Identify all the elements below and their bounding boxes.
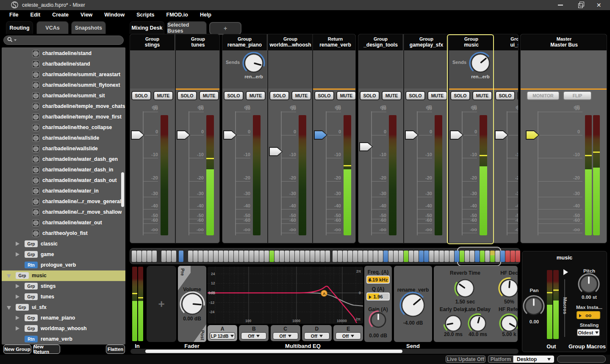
macro-play-icon[interactable] [563, 269, 568, 275]
tree-row-game[interactable]: Grpgame [2, 249, 125, 260]
tree-row-char-madeline-water_dash_in[interactable]: char/madeline/water_dash_in [2, 165, 125, 175]
tree-row-char-badeline-stand[interactable]: char/badeline/stand [2, 59, 125, 69]
volume-knob[interactable] [179, 290, 206, 317]
mixer-strip-ui_sf[interactable]: Grouui_sfSOLOMUTEdB100-10-20-30-40-50-60… [493, 34, 518, 243]
mixer-strip-gameplay_sfx[interactable]: Groupgameplay_sfxSOLOMUTEdB100-10-20-30-… [403, 34, 449, 243]
reverb-time-knob[interactable] [453, 276, 477, 300]
search-input[interactable] [3, 36, 124, 45]
eq-band-type-dropdown[interactable]: LP 12dB [210, 332, 235, 339]
mute-button[interactable]: MUTE [336, 91, 356, 100]
tree-row-stings[interactable]: Grpstings [2, 281, 125, 292]
mute-button[interactable]: MUTE [517, 91, 518, 100]
expand-arrow-icon[interactable] [16, 295, 19, 299]
mixer-strip-_design_tools[interactable]: Group_design_toolsSOLOMUTEdB100-10-20-30… [358, 34, 403, 243]
tree-row-classic[interactable]: Grpclassic [2, 239, 125, 249]
tree-row-char-madeline-water_dash_out[interactable]: char/madeline/water_dash_out [2, 175, 125, 186]
mute-button[interactable]: MUTE [153, 91, 173, 100]
tree-row-char-madeline-water_out[interactable]: char/madeline/water_out [2, 218, 125, 228]
eq-band-type-dropdown[interactable]: Off [241, 332, 266, 339]
expand-arrow-icon[interactable] [16, 242, 19, 246]
mixer-strip-rename_piano[interactable]: Grouprename_pianoSendsren...erbSOLOMUTEd… [222, 34, 267, 243]
tab-vcas[interactable]: VCAs [36, 21, 69, 34]
tree-row-char-madeline-water_dash_gen[interactable]: char/madeline/water_dash_gen [2, 154, 125, 165]
flip-button[interactable]: FLIP [563, 91, 592, 100]
mixer-strip-rename_verb[interactable]: Returnrename_verbSOLOMUTEdB100-10-20-30-… [312, 34, 356, 243]
new-return-button[interactable]: New Return [33, 345, 60, 354]
eq-graph[interactable]: A 24 12 0dB -12 -24 100 1000 10000 2π 0 … [208, 267, 363, 324]
tree-row-char-madeline-theo_collapse[interactable]: char/madeline/theo_collapse [2, 122, 125, 133]
menu-create[interactable]: Create [46, 10, 75, 19]
tab-mixing-desk[interactable]: Mixing Desk [130, 21, 164, 34]
tree-row-char-madeline-stand[interactable]: char/madeline/stand [2, 48, 125, 59]
tree-row-char-madeline----r_move_general[interactable]: char/madeline/...r_move_general [2, 196, 125, 207]
tree-row-tunes[interactable]: Grptunes [2, 292, 125, 302]
minimize-button[interactable] [551, 0, 570, 10]
eq-band-c[interactable]: COff [271, 325, 300, 341]
eq-band-d[interactable]: DOff [302, 325, 332, 341]
tree-row-char-madeline-summit_areastart[interactable]: char/madeline/summit_areastart [2, 69, 125, 80]
close-button[interactable]: ✕ [589, 0, 608, 10]
menu-fmodio[interactable]: FMOD.io [161, 10, 194, 19]
menu-edit[interactable]: Edit [25, 10, 47, 19]
solo-button[interactable]: SOLO [495, 91, 515, 100]
tree-row-ui_sfx[interactable]: Grpui_sfx [2, 302, 125, 313]
tree-row-char-madeline-wallslide[interactable]: char/madeline/wallslide [2, 133, 125, 143]
collapse-arrow-icon[interactable] [7, 306, 11, 310]
freq-value-field[interactable]: 4.19 kHz [366, 276, 390, 284]
mute-button[interactable]: MUTE [291, 91, 311, 100]
solo-button[interactable]: SOLO [450, 91, 470, 100]
tree-row-prologue_verb[interactable]: Rtnprologue_verb [2, 260, 125, 270]
flatten-button[interactable]: Flatten [106, 345, 125, 354]
menu-help[interactable]: Help [194, 10, 217, 19]
mute-button[interactable]: MUTE [199, 91, 219, 100]
mixer-strip-tunes[interactable]: GrouptunesSOLOMUTEdB100-10-20-30-40-50-6… [175, 34, 220, 243]
collapse-arrow-icon[interactable] [7, 274, 11, 278]
tree-row-char-madeline----r_move_shallow[interactable]: char/madeline/...r_move_shallow [2, 207, 125, 218]
tree-row-char-badeline-temple_move_first[interactable]: char/badeline/temple_move_first [2, 112, 125, 122]
solo-button[interactable]: SOLO [405, 91, 425, 100]
send-knob[interactable] [241, 51, 266, 75]
tree-row-char-badeline-wallslide[interactable]: char/badeline/wallslide [2, 143, 125, 154]
tree-row-rename_verb[interactable]: Rtnrename_verb [2, 334, 125, 345]
tab-routing[interactable]: Routing [6, 21, 33, 34]
send-amount-knob[interactable] [399, 291, 427, 320]
tree-row-music[interactable]: Grpmusic [2, 270, 125, 281]
menu-window[interactable]: Window [98, 10, 130, 19]
solo-button[interactable]: SOLO [224, 91, 244, 100]
expand-arrow-icon[interactable] [16, 326, 19, 331]
solo-button[interactable]: SOLO [360, 91, 380, 100]
deck-scrollbar-track[interactable] [130, 349, 518, 354]
stealing-dropdown[interactable]: Oldest [577, 328, 600, 336]
expand-arrow-icon[interactable] [16, 252, 19, 256]
solo-button[interactable]: SOLO [314, 91, 334, 100]
new-group-button[interactable]: New Group [3, 345, 31, 354]
tree-row-worldmap_whoosh[interactable]: Grpworldmap_whoosh [2, 323, 125, 334]
title-bar[interactable]: celeste_audio.fspro* - Mixer ✕ [0, 0, 610, 10]
menu-scripts[interactable]: Scripts [130, 10, 160, 19]
gain-knob[interactable] [368, 309, 389, 331]
search-filter-caret-icon[interactable] [14, 39, 17, 41]
mixer-overview-strip[interactable] [130, 248, 520, 264]
mute-button[interactable]: MUTE [382, 91, 402, 100]
pan-knob[interactable] [522, 294, 546, 318]
pitch-knob[interactable] [577, 272, 601, 296]
tree-row-char-madeline-summit_flytonext[interactable]: char/madeline/summit_flytonext [2, 80, 125, 91]
solo-button[interactable]: SOLO [177, 91, 197, 100]
eq-band-b[interactable]: BOff [239, 325, 269, 341]
eq-band-type-dropdown[interactable]: Off [304, 332, 330, 339]
tree-row-char-badeline-temple_move_chats[interactable]: char/badeline/temple_move_chats [2, 101, 125, 112]
menu-file[interactable]: File [3, 10, 25, 19]
q-value-field[interactable]: 1.96 [366, 292, 390, 301]
max-instances-field[interactable]: oo [577, 311, 600, 319]
mixer-strip-worldm---whoosh[interactable]: Groupworldm...whooshSOLOMUTEdB100-10-20-… [267, 34, 313, 243]
tab-selected-buses[interactable]: Selected Buses [167, 21, 207, 34]
mute-button[interactable]: MUTE [427, 91, 447, 100]
eq-band-a[interactable]: ALP 12dB [208, 325, 237, 341]
mixer-strip-music[interactable]: GroupmusicSendsren...erbSOLOMUTEdB100-10… [448, 34, 494, 243]
tree-row-rename_piano[interactable]: Grprename_piano [2, 313, 125, 323]
eq-band-type-dropdown[interactable]: Off [273, 332, 298, 339]
solo-button[interactable]: SOLO [269, 91, 289, 100]
expand-arrow-icon[interactable] [16, 284, 19, 288]
eq-band-e[interactable]: EOff [333, 325, 363, 341]
mixer-strip-stings[interactable]: GroupstingsSOLOMUTEdB100-10-20-30-40-50-… [130, 34, 175, 243]
